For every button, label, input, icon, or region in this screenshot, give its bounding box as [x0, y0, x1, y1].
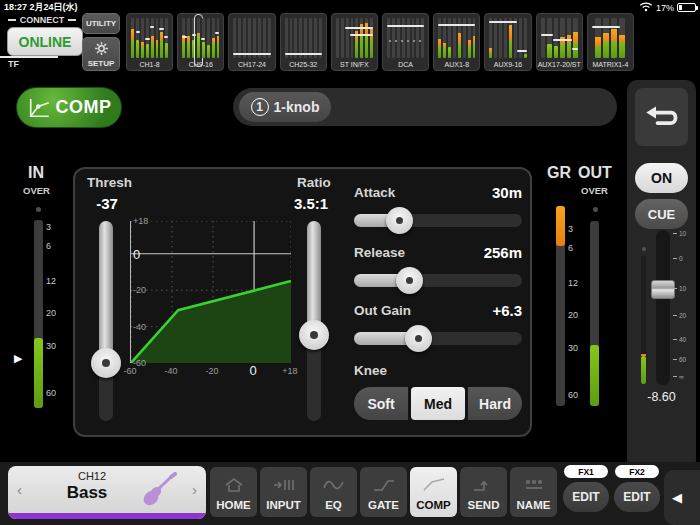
- meter-fill: [595, 37, 601, 58]
- ratio-slider[interactable]: [305, 221, 323, 421]
- meter-group-aux17-20-st[interactable]: AUX17-20/ST: [536, 13, 583, 71]
- fader-position-line: [553, 39, 572, 41]
- meter-peak: [468, 40, 471, 46]
- attack-slider[interactable]: [354, 214, 522, 227]
- home-icon: [221, 477, 247, 497]
- meter-fill: [468, 40, 471, 58]
- in-over-label: OVER: [23, 185, 50, 196]
- out-meter-bar: [590, 221, 599, 406]
- ratio-slider-handle[interactable]: [299, 320, 329, 350]
- meter-group-label: CH9-16: [178, 61, 223, 68]
- meter-fill: [207, 45, 210, 58]
- tab-comp[interactable]: COMP: [410, 467, 457, 517]
- back-button[interactable]: [635, 88, 688, 146]
- meter-fill: [611, 29, 617, 58]
- screen-tabs: HOMEINPUTEQGATECOMPSENDNAME: [210, 467, 557, 517]
- fx-edit-button-fx2[interactable]: EDIT: [614, 482, 660, 512]
- tab-input[interactable]: INPUT: [260, 467, 307, 517]
- release-slider[interactable]: [354, 274, 522, 287]
- meter-group-label: CH17-24: [229, 61, 274, 68]
- ratio-label: Ratio: [297, 175, 331, 190]
- cue-button[interactable]: CUE: [635, 199, 688, 229]
- fader-scale-mark: ∞: [673, 373, 684, 380]
- channel-on-button[interactable]: ON: [635, 163, 688, 193]
- channel-selector[interactable]: CH12 Bass ‹ ›: [8, 466, 206, 519]
- status-date: 2月24日(水): [30, 2, 78, 12]
- thresh-slider-handle[interactable]: [91, 348, 121, 378]
- out-gain-slider[interactable]: [354, 332, 522, 345]
- meter-bar: [489, 18, 492, 58]
- fader-handle[interactable]: [651, 280, 675, 299]
- meter-group-ch1-8[interactable]: CH1-8: [126, 13, 173, 71]
- fader-position-line: [136, 31, 141, 33]
- meter-bar: [573, 18, 578, 58]
- fader-position-line: [201, 38, 206, 40]
- meter-peak: [458, 33, 461, 43]
- tab-send[interactable]: SEND: [460, 467, 507, 517]
- online-button[interactable]: ONLINE: [7, 27, 83, 56]
- attack-slider-handle[interactable]: [386, 207, 413, 234]
- meter-group-ch25-32[interactable]: CH25-32: [280, 13, 327, 71]
- meter-bar: [499, 18, 502, 58]
- prev-channel-chevron[interactable]: ‹: [17, 481, 22, 498]
- meter-group-label: MATRIX1-4: [588, 61, 633, 68]
- meter-group-st-in-fx[interactable]: ST IN/FX: [331, 13, 378, 71]
- meter-bar: [619, 18, 625, 58]
- meter-peak: [187, 36, 190, 42]
- connect-text: CONNECT: [20, 15, 65, 25]
- release-slider-handle[interactable]: [396, 267, 423, 294]
- knee-option-med[interactable]: Med: [411, 387, 465, 420]
- meter-bar: [156, 18, 159, 58]
- dash-left: [8, 19, 16, 21]
- ratio-value: 3.5:1: [285, 195, 337, 212]
- meter-fill: [151, 36, 154, 58]
- meter-peak: [197, 33, 200, 35]
- fader-track[interactable]: [656, 230, 670, 385]
- meter-fill: [146, 44, 149, 58]
- dca-dots: [389, 40, 422, 42]
- fader-position-line: [350, 34, 373, 36]
- fader-scale-mark: 40: [673, 336, 686, 343]
- meter-bar: [514, 18, 517, 58]
- meter-group-aux9-16[interactable]: AUX9-16: [484, 13, 531, 71]
- next-channel-chevron[interactable]: ›: [192, 481, 197, 498]
- fx-edit-button-fx1[interactable]: EDIT: [563, 482, 609, 512]
- meter-bar: [131, 18, 134, 58]
- collapse-button[interactable]: ◀: [664, 470, 700, 525]
- meter-scale-label: 30: [568, 343, 578, 353]
- meter-group-ch17-24[interactable]: CH17-24: [228, 13, 275, 71]
- meter-bar: [141, 18, 144, 58]
- meter-fill: [141, 42, 144, 58]
- meter-group-dca[interactable]: DCA: [382, 13, 429, 71]
- thresh-slider[interactable]: [97, 221, 115, 421]
- out-gain-slider-handle[interactable]: [405, 325, 432, 352]
- setup-button[interactable]: SETUP: [82, 37, 120, 71]
- tab-home[interactable]: HOME: [210, 467, 257, 517]
- meter-bar: [567, 18, 572, 58]
- in-meter-label: IN: [28, 164, 44, 182]
- fx-unit-fx2: FX2EDIT: [614, 465, 660, 512]
- meter-fill: [360, 24, 363, 58]
- meter-bar: [370, 18, 373, 58]
- meter-group-matrix1-4[interactable]: MATRIX1-4: [587, 13, 634, 71]
- compressor-curve-icon: [27, 96, 51, 120]
- tab-eq[interactable]: EQ: [310, 467, 357, 517]
- meter-bar: [355, 18, 358, 58]
- comp-button[interactable]: COMP: [16, 87, 122, 128]
- meter-group-label: CH25-32: [281, 61, 326, 68]
- knee-option-soft[interactable]: Soft: [354, 387, 408, 420]
- meter-group-ch9-16[interactable]: CH9-16: [177, 13, 224, 71]
- utility-button[interactable]: UTILITY: [82, 13, 120, 34]
- tab-name[interactable]: NAME: [510, 467, 557, 517]
- meter-bars: [336, 18, 373, 58]
- one-knob-button[interactable]: 1 1-knob: [239, 92, 331, 122]
- knee-option-hard[interactable]: Hard: [468, 387, 522, 420]
- left-triangle-icon: ◀: [672, 490, 682, 505]
- fader-scale-mark: 60: [673, 356, 686, 363]
- meter-group-aux1-8[interactable]: AUX1-8: [433, 13, 480, 71]
- channel-color-bar: [8, 513, 206, 519]
- tab-gate[interactable]: GATE: [360, 467, 407, 517]
- meter-bridge: CH1-8CH9-16CH17-24CH25-32ST IN/FXDCAAUX1…: [126, 13, 634, 71]
- meter-bars: [541, 18, 578, 58]
- meter-peak: [141, 42, 144, 47]
